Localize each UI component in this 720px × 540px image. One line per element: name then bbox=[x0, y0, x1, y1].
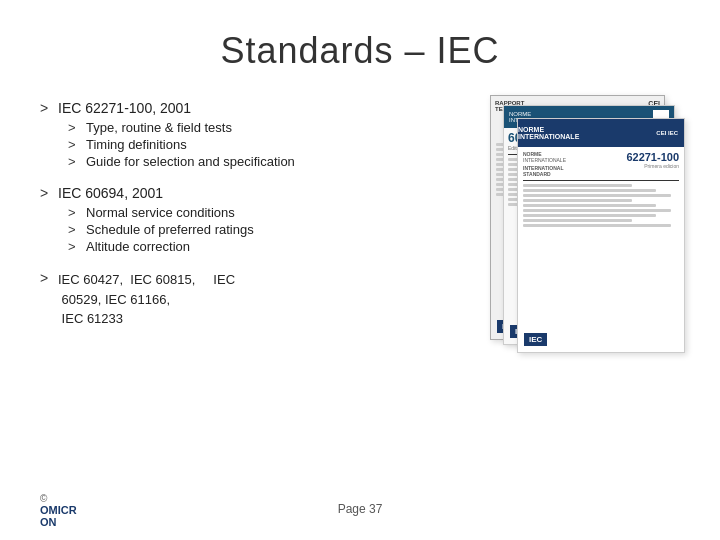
main-bullet-3: > IEC 60427, IEC 60815, IEC 60529, IEC 6… bbox=[40, 270, 350, 329]
sub-label-1-2: Timing definitions bbox=[86, 137, 187, 152]
sub-label-2-2: Schedule of preferred ratings bbox=[86, 222, 254, 237]
doc-front-body: NORME INTERNATIONALE INTERNATIONAL STAND… bbox=[518, 147, 684, 233]
slide: Standards – IEC > IEC 62271-100, 2001 > … bbox=[0, 0, 720, 540]
content-area: > IEC 62271-100, 2001 > Type, routine & … bbox=[40, 100, 680, 380]
arrow-icon-1: > bbox=[40, 100, 52, 116]
sub-bullet-1-3: > Guide for selection and specification bbox=[68, 154, 400, 169]
section-3: > IEC 60427, IEC 60815, IEC 60529, IEC 6… bbox=[40, 270, 400, 329]
fline9 bbox=[523, 224, 671, 227]
sub-label-1-3: Guide for selection and specification bbox=[86, 154, 295, 169]
arrow-icon-2-2: > bbox=[68, 222, 80, 237]
left-column: > IEC 62271-100, 2001 > Type, routine & … bbox=[40, 100, 420, 380]
doc-front-header: NORME INTERNATIONALE CEI IEC bbox=[518, 119, 684, 147]
arrow-icon-2: > bbox=[40, 185, 52, 201]
fline2 bbox=[523, 189, 656, 192]
section-1: > IEC 62271-100, 2001 > Type, routine & … bbox=[40, 100, 400, 169]
sub-bullet-1-2: > Timing definitions bbox=[68, 137, 400, 152]
front-edition: Primera edicion bbox=[626, 163, 679, 169]
sub-bullet-2-2: > Schedule of preferred ratings bbox=[68, 222, 400, 237]
copyright-symbol: © bbox=[40, 493, 77, 504]
main-bullet-1: > IEC 62271-100, 2001 bbox=[40, 100, 400, 116]
fline7 bbox=[523, 214, 656, 217]
norme-intl-label: NORME INTERNATIONALE bbox=[518, 126, 652, 140]
arrow-icon-3: > bbox=[40, 270, 52, 286]
arrow-icon-2-3: > bbox=[68, 239, 80, 254]
sub-label-2-3: Altitude correction bbox=[86, 239, 190, 254]
footer: © OMICR ON Page 37 bbox=[40, 493, 680, 528]
sub-bullet-2-1: > Normal service conditions bbox=[68, 205, 400, 220]
page-number: Page 37 bbox=[338, 502, 383, 516]
fline1 bbox=[523, 184, 632, 187]
fline3 bbox=[523, 194, 671, 197]
company-logo: © OMICR ON bbox=[40, 493, 77, 528]
front-left: NORME INTERNATIONALE INTERNATIONAL STAND… bbox=[523, 151, 566, 177]
section-2: > IEC 60694, 2001 > Normal service condi… bbox=[40, 185, 400, 254]
doc-front-lines bbox=[523, 184, 679, 227]
sub-bullet-1-1: > Type, routine & field tests bbox=[68, 120, 400, 135]
arrow-icon-1-2: > bbox=[68, 137, 80, 152]
doc-number-front: 62271-100 bbox=[626, 151, 679, 163]
fline4 bbox=[523, 199, 632, 202]
main-label-1: IEC 62271-100, 2001 bbox=[58, 100, 191, 116]
main-label-2: IEC 60694, 2001 bbox=[58, 185, 163, 201]
sub-label-1-1: Type, routine & field tests bbox=[86, 120, 232, 135]
document-stack: RAPPORT TECHNIQUE CEI IEC 1233 bbox=[430, 90, 680, 380]
company-name-1: OMICR bbox=[40, 504, 77, 516]
sub-label-2-1: Normal service conditions bbox=[86, 205, 235, 220]
company-name-2: ON bbox=[40, 516, 77, 528]
right-column: RAPPORT TECHNIQUE CEI IEC 1233 bbox=[420, 100, 680, 380]
arrow-icon-1-1: > bbox=[68, 120, 80, 135]
main-bullet-2: > IEC 60694, 2001 bbox=[40, 185, 400, 201]
arrow-icon-2-1: > bbox=[68, 205, 80, 220]
main-label-3: IEC 60427, IEC 60815, IEC 60529, IEC 611… bbox=[58, 270, 235, 329]
fline6 bbox=[523, 209, 671, 212]
iec-logo-front: IEC bbox=[524, 333, 547, 346]
slide-title: Standards – IEC bbox=[40, 30, 680, 72]
intl-span: INTERNATIONALE bbox=[518, 133, 652, 140]
fline8 bbox=[523, 219, 632, 222]
std-label: STANDARD bbox=[523, 171, 566, 177]
front-right-num: 62271-100 Primera edicion bbox=[626, 151, 679, 169]
sub-bullet-2-3: > Altitude correction bbox=[68, 239, 400, 254]
doc-front: NORME INTERNATIONALE CEI IEC NORME INTER… bbox=[517, 118, 685, 353]
norme-span: NORME bbox=[518, 126, 652, 133]
doc-divider-front bbox=[523, 180, 679, 181]
iec-doc-badge: CEI IEC bbox=[656, 130, 678, 136]
internationale-front: INTERNATIONALE bbox=[523, 157, 566, 163]
iec-doc-label: CEI IEC bbox=[656, 130, 678, 136]
doc-front-top: NORME INTERNATIONALE INTERNATIONAL STAND… bbox=[523, 151, 679, 177]
arrow-icon-1-3: > bbox=[68, 154, 80, 169]
fline5 bbox=[523, 204, 656, 207]
